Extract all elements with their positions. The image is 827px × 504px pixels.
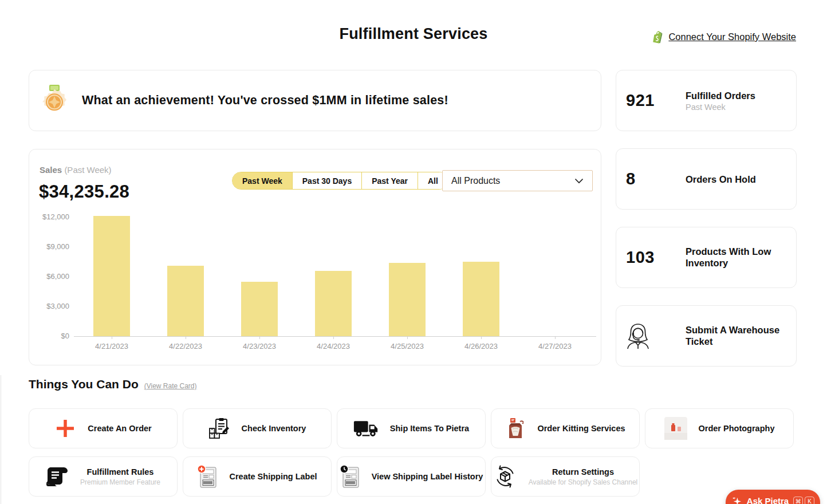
action-label: Check Inventory — [242, 424, 306, 433]
action-text: Create An Order — [88, 423, 151, 434]
stat-text: Fulfilled Orders Past Week — [686, 89, 787, 112]
view-rate-card-link[interactable]: (View Rate Card) — [144, 382, 197, 390]
chart-bar[interactable] — [463, 262, 499, 336]
y-axis-tick: $0 — [34, 332, 69, 340]
scroll-icon — [46, 466, 69, 487]
ask-pietra-shortcut: ⌘ K — [793, 496, 814, 504]
things-title: Things You Can Do — [29, 377, 139, 391]
connect-shopify-label: Connect Your Shopify Website — [668, 32, 796, 42]
stat-value: 103 — [626, 227, 655, 288]
stat-sublabel: Past Week — [686, 103, 787, 112]
action-text: Create Shipping Label — [229, 471, 317, 482]
x-axis-label: 4/26/2023 — [452, 342, 510, 351]
x-axis-tick-mark — [259, 336, 260, 339]
stat-card-low-inventory[interactable]: 103 Products With Low Inventory — [616, 227, 797, 288]
sales-label-sub: (Past Week) — [64, 165, 111, 175]
x-axis-tick-mark — [333, 336, 334, 339]
y-axis-tick: $6,000 — [34, 272, 69, 281]
action-label: Order Kitting Services — [537, 424, 625, 433]
range-tab-past-30-days[interactable]: Past 30 Days — [292, 172, 361, 189]
chart-bar[interactable] — [315, 271, 352, 336]
stat-label: Products With Low Inventory — [686, 246, 787, 269]
range-tab-past-week[interactable]: Past Week — [233, 172, 292, 189]
label-history-icon — [340, 464, 360, 489]
action-card-fulfillment-rules[interactable]: Fulfillment Rules Premium Member Feature — [29, 456, 178, 497]
action-label: Create An Order — [88, 424, 151, 433]
sales-label: Sales (Past Week) — [40, 165, 112, 175]
action-card-order-photography[interactable]: Order Photography — [645, 408, 794, 448]
stat-card-fulfilled-orders[interactable]: 921 Fulfilled Orders Past Week — [616, 70, 797, 131]
stat-text: Submit A Warehouse Ticket — [686, 324, 787, 348]
sparkle-icon — [731, 496, 742, 504]
k-keycap: K — [805, 497, 814, 504]
kitting-box-icon — [505, 417, 526, 440]
action-text: View Shipping Label History — [372, 471, 483, 482]
y-axis-tick: $9,000 — [34, 242, 69, 251]
product-filter-value: All Products — [451, 176, 500, 186]
ask-pietra-label: Ask Pietra — [747, 496, 789, 504]
x-axis-label: 4/23/2023 — [231, 342, 288, 351]
action-text: Return Settings Available for Shopify Sa… — [529, 467, 638, 486]
action-card-check-inventory[interactable]: Check Inventory — [183, 408, 332, 448]
y-axis-tick: $3,000 — [34, 302, 69, 310]
x-axis-tick-mark — [555, 336, 556, 339]
action-card-create-shipping-label[interactable]: Create Shipping Label — [183, 456, 332, 497]
action-label: Order Photography — [699, 424, 775, 433]
stat-card-orders-on-hold[interactable]: 8 Orders On Hold — [616, 148, 797, 210]
x-axis-label: 4/22/2023 — [157, 342, 214, 351]
y-axis-tick: $12,000 — [34, 212, 69, 221]
action-card-ship-items[interactable]: Ship Items To Pietra — [337, 408, 486, 448]
ask-pietra-button[interactable]: Ask Pietra ⌘ K — [726, 490, 820, 504]
action-sublabel: Premium Member Feature — [80, 478, 160, 486]
chart-bar[interactable] — [93, 216, 130, 336]
action-label: Create Shipping Label — [229, 472, 317, 481]
label-plus-icon — [197, 464, 218, 489]
sales-total: $34,235.28 — [39, 182, 129, 202]
stat-text: Products With Low Inventory — [686, 246, 787, 269]
stat-label: Fulfilled Orders — [686, 89, 787, 101]
chart-bar[interactable] — [389, 263, 426, 336]
x-axis-label: 4/24/2023 — [305, 342, 362, 351]
product-filter-select[interactable]: All Products — [442, 170, 593, 191]
action-card-return-settings[interactable]: Return Settings Available for Shopify Sa… — [491, 456, 640, 497]
stat-text: Orders On Hold — [686, 173, 787, 185]
connect-shopify-link[interactable]: Connect Your Shopify Website — [652, 30, 796, 44]
stat-value: 8 — [626, 149, 636, 209]
x-axis-label: 4/27/2023 — [526, 342, 584, 351]
x-axis-tick-mark — [481, 336, 482, 339]
action-card-create-order[interactable]: Create An Order — [29, 408, 178, 448]
inventory-clipboard-icon — [208, 418, 230, 439]
sales-label-main: Sales — [40, 165, 62, 175]
action-text: Ship Items To Pietra — [390, 423, 469, 434]
action-label: Fulfillment Rules — [87, 467, 154, 477]
action-text: Order Photography — [699, 423, 775, 434]
range-tab-past-year[interactable]: Past Year — [361, 172, 418, 189]
chart-bar[interactable] — [241, 282, 278, 336]
action-card-shipping-label-history[interactable]: View Shipping Label History — [337, 456, 486, 497]
x-axis-line — [74, 336, 596, 337]
cmd-keycap: ⌘ — [793, 497, 803, 504]
return-box-icon — [493, 464, 517, 489]
chevron-down-icon — [574, 178, 584, 184]
action-sublabel: Available for Shopify Sales Channel — [529, 478, 638, 486]
photography-thumbnail — [664, 417, 687, 440]
chart-bar[interactable] — [167, 266, 204, 336]
achievement-banner: What an achievement! You've crossed $1MM… — [29, 70, 601, 131]
x-axis-tick-mark — [407, 336, 408, 339]
shopify-icon — [652, 30, 664, 44]
stat-value: 921 — [626, 70, 655, 131]
support-agent-icon — [625, 306, 651, 366]
plus-icon — [54, 418, 76, 439]
stat-card-warehouse-ticket[interactable]: Submit A Warehouse Ticket — [616, 305, 797, 367]
x-axis-tick-mark — [186, 336, 186, 339]
x-axis-label: 4/21/2023 — [83, 342, 140, 351]
left-edge-divider — [1, 375, 1, 504]
sales-chart-card: Sales (Past Week) $34,235.28 Past WeekPa… — [29, 149, 601, 365]
action-text: Fulfillment Rules Premium Member Feature — [80, 467, 160, 486]
action-text: Order Kitting Services — [537, 423, 625, 434]
things-heading: Things You Can Do (View Rate Card) — [29, 377, 197, 391]
stat-label: Orders On Hold — [686, 173, 787, 185]
truck-icon — [353, 419, 379, 438]
fulfillment-dashboard: Fulfillment Services Connect Your Shopif… — [0, 0, 827, 504]
action-card-kitting-services[interactable]: Order Kitting Services — [491, 408, 640, 448]
